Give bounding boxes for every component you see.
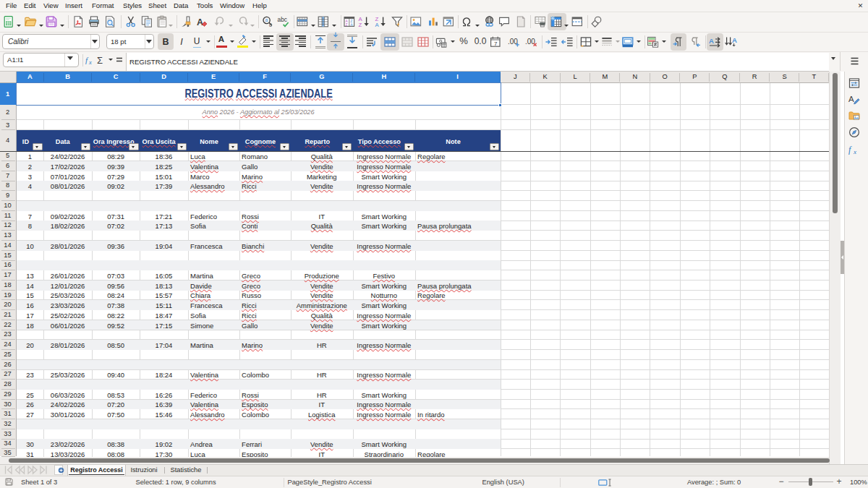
svg-text:Σ: Σ	[97, 55, 103, 66]
svg-text:7: 7	[494, 40, 498, 46]
svg-text:Z: Z	[359, 22, 362, 28]
svg-text:A: A	[709, 36, 714, 44]
svg-text:A: A	[375, 22, 380, 28]
svg-text:Z: Z	[345, 22, 347, 26]
svg-text:A: A	[197, 17, 203, 27]
svg-text:d: d	[269, 22, 272, 27]
svg-text:x: x	[88, 59, 92, 66]
svg-text:abc: abc	[277, 16, 287, 23]
svg-text:f: f	[848, 145, 852, 155]
svg-text:A: A	[848, 95, 854, 103]
svg-text:A: A	[732, 36, 737, 44]
svg-text:a: a	[265, 17, 268, 22]
svg-text:x: x	[853, 148, 856, 155]
